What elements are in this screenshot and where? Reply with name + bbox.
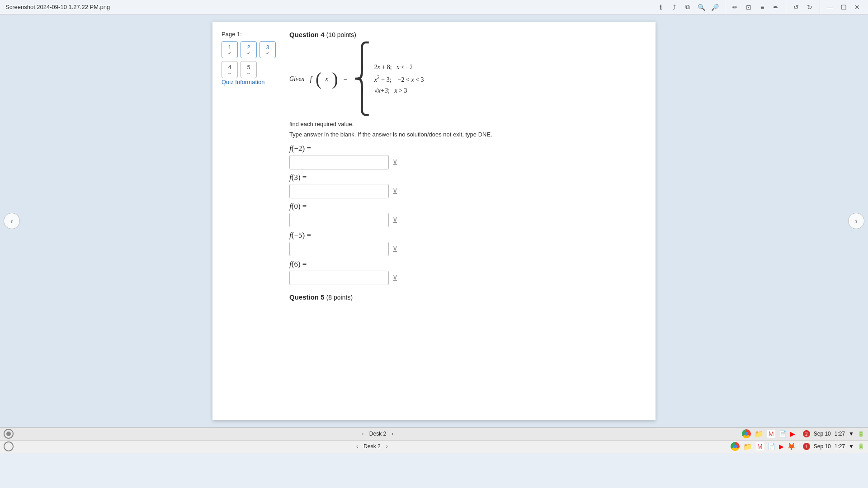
toolbar-divider3 [820, 1, 820, 14]
toolbar-adjust-btn[interactable]: ≡ [757, 2, 768, 13]
page-sidebar: Page 1: 1 ✓ 2 ✓ 3 ✓ [222, 31, 276, 411]
given-label: Given [289, 75, 304, 83]
toolbar-redo-btn[interactable]: ↻ [804, 2, 815, 13]
gmail-icon-bottom[interactable]: M [756, 442, 764, 450]
page-nav-btn-5[interactable]: 5 -- [241, 61, 257, 78]
time-bottom: 1:27 [835, 443, 845, 450]
check-btn-2[interactable]: ⊻ [392, 187, 398, 196]
instruction-1: find each required value. [289, 121, 642, 127]
answer-input-1[interactable] [289, 155, 389, 169]
time-top: 1:27 [835, 431, 845, 437]
page-nav-row-2: 4 -- 5 -- [222, 61, 276, 78]
func-label: f [310, 75, 311, 83]
part-5-label: f(6) = [289, 260, 307, 268]
part-3-answer-row: ⊻ [289, 213, 642, 227]
page-nav-grid: 1 ✓ 2 ✓ 3 ✓ 4 -- [222, 41, 276, 78]
wifi-icon-top: ▼ [849, 431, 854, 437]
toolbar-share-btn[interactable]: ⤴ [669, 2, 679, 13]
youtube-icon-bottom[interactable]: ▶ [779, 443, 784, 450]
part-1-answer-row: ⊻ [289, 155, 642, 169]
files-icon-bottom[interactable]: 📁 [743, 442, 752, 451]
part-2-label: f(3) = [289, 173, 307, 182]
part-3-label-row: f(0) = [289, 202, 642, 211]
equals-sign: = [344, 75, 348, 83]
window-title: Screenshot 2024-09-10 1.27.22 PM.png [5, 4, 110, 10]
check-btn-1[interactable]: ⊻ [392, 158, 398, 167]
question-header: Question 4 (10 points) [289, 31, 642, 38]
window-minimize-btn[interactable]: — [825, 2, 835, 13]
taskbar-nav-prev-top[interactable]: ‹ [359, 429, 368, 438]
check-btn-5[interactable]: ⊻ [392, 274, 398, 282]
window-close-btn[interactable]: ✕ [852, 2, 863, 13]
taskbar-nav-next-bottom[interactable]: › [382, 442, 392, 451]
main-content: ‹ Page 1: 1 ✓ 2 ✓ 3 ✓ [0, 14, 868, 427]
page-num-2: 2 [247, 44, 250, 51]
answer-input-2[interactable] [289, 184, 389, 198]
date-bottom: Sep 10 [814, 443, 831, 450]
piecewise-cases: 2x + 8; x ≤ −2 x2 − 3; −2 < x < 3 √x+3; … [374, 63, 424, 95]
taskbar-desk-bottom: Desk 2 [363, 443, 380, 450]
toolbar-info-btn[interactable]: ℹ [655, 2, 666, 13]
files-icon-top[interactable]: 📁 [755, 430, 764, 438]
nav-next-page[interactable]: › [848, 213, 864, 229]
toolbar-zoom-in-btn[interactable]: 🔎 [709, 2, 720, 13]
page-nav-btn-1[interactable]: 1 ✓ [222, 41, 238, 58]
part-2-label-row: f(3) = [289, 173, 642, 182]
toolbar-pen-btn[interactable]: ✒ [770, 2, 781, 13]
page-check-3: ✓ [266, 51, 269, 56]
page-nav-btn-2[interactable]: 2 ✓ [241, 41, 257, 58]
toolbar-draw-btn[interactable]: ✏ [730, 2, 741, 13]
page-document: Page 1: 1 ✓ 2 ✓ 3 ✓ [212, 22, 656, 420]
toolbar-undo-btn[interactable]: ↺ [791, 2, 802, 13]
taskbar-desk-top: Desk 2 [369, 431, 386, 437]
page-num-3: 3 [266, 44, 269, 51]
part-4-label: f(−5) = [289, 231, 311, 239]
toolbar-select-btn[interactable]: ⊡ [743, 2, 754, 13]
right-paren: ) [332, 70, 338, 88]
case-3: √x+3; x > 3 [374, 86, 424, 95]
chrome-icon-top[interactable] [742, 429, 751, 438]
taskbar-nav-prev-bottom[interactable]: ‹ [353, 442, 362, 451]
toolbar-copy-btn[interactable]: ⧉ [682, 2, 693, 13]
quiz-info-link[interactable]: Quiz Information [222, 79, 264, 85]
docs-icon-top[interactable]: 📄 [779, 430, 787, 437]
taskbar-circle-btn-bottom[interactable] [4, 441, 14, 451]
page-check-1: ✓ [228, 51, 231, 56]
page-label: Page 1: [222, 31, 276, 38]
answer-input-5[interactable] [289, 271, 389, 285]
page-nav-row-1: 1 ✓ 2 ✓ 3 ✓ [222, 41, 276, 58]
notification-badge-bottom[interactable]: 1 [803, 443, 810, 450]
check-btn-4[interactable]: ⊻ [392, 245, 398, 253]
part-4-answer-row: ⊻ [289, 242, 642, 256]
page-num-5: 5 [247, 64, 250, 70]
left-paren: ( [316, 70, 321, 88]
answer-input-4[interactable] [289, 242, 389, 256]
answer-input-3[interactable] [289, 213, 389, 227]
chrome-icon-bottom[interactable] [731, 442, 740, 451]
toolbar-zoom-out-btn[interactable]: 🔍 [696, 2, 707, 13]
taskbar-nav-next-top[interactable]: › [388, 429, 397, 438]
page-num-1: 1 [228, 44, 231, 51]
taskbar-divider-top [799, 430, 799, 438]
taskbar-bottom: ‹ Desk 2 › 📁 M 📄 ▶ 🦊 1 Sep 10 1: [0, 441, 868, 453]
page-dash-5: -- [247, 70, 250, 75]
left-brace: ⎧⎨⎩ [353, 44, 371, 114]
question-points: (10 points) [326, 31, 356, 38]
page-nav-btn-3[interactable]: 3 ✓ [259, 41, 276, 58]
nav-prev-page[interactable]: ‹ [4, 213, 20, 229]
docs-icon-bottom[interactable]: 📄 [768, 443, 775, 450]
question-content: Question 4 (10 points) Given f ( x ) = ⎧… [285, 31, 646, 411]
toolbar-divider [725, 1, 725, 14]
page-nav-btn-4[interactable]: 4 -- [222, 61, 238, 78]
extra-icon-bottom[interactable]: 🦊 [788, 443, 795, 450]
taskbar-circle-btn-top[interactable] [4, 429, 14, 439]
window-maximize-btn[interactable]: ☐ [838, 2, 849, 13]
gmail-icon-top[interactable]: M [767, 430, 775, 438]
youtube-icon-top[interactable]: ▶ [790, 430, 795, 437]
page-dash-4: -- [228, 70, 231, 75]
part-3-label: f(0) = [289, 202, 307, 211]
question-number: Question 4 [289, 31, 325, 38]
title-bar: Screenshot 2024-09-10 1.27.22 PM.png ℹ ⤴… [0, 0, 868, 14]
notification-badge-top[interactable]: 2 [803, 430, 810, 437]
check-btn-3[interactable]: ⊻ [392, 216, 398, 225]
